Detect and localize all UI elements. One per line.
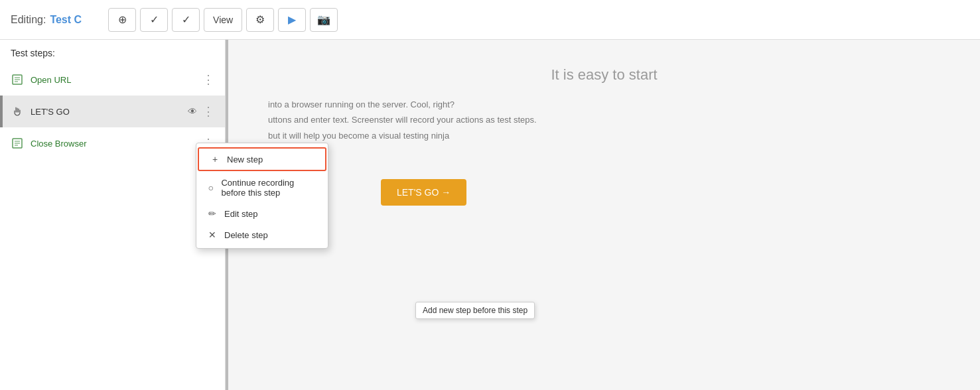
lets-go-button-label: LET'S GO → xyxy=(397,187,451,198)
play-icon: ▶ xyxy=(288,13,296,26)
view-label: View xyxy=(213,15,233,25)
lets-go-dots[interactable]: ⋮ xyxy=(200,101,217,121)
settings-button[interactable]: ⚙ xyxy=(246,8,274,32)
check1-button[interactable]: ✓ xyxy=(140,8,168,32)
main-layout: Test steps: Open URL ⋮ LET'S GO xyxy=(0,40,980,390)
open-url-dots[interactable]: ⋮ xyxy=(200,70,217,90)
check2-icon: ✓ xyxy=(182,13,190,26)
page-icon-open-url xyxy=(11,73,24,86)
content-line-3: but it will help you become a visual tes… xyxy=(268,128,960,143)
continue-recording-label: Continue recording before this step xyxy=(221,178,317,198)
toolbar: ⊕ ✓ ✓ View ⚙ ▶ 📷 xyxy=(108,8,338,32)
delete-step-label: Delete step xyxy=(224,230,268,240)
check2-button[interactable]: ✓ xyxy=(172,8,200,32)
pencil-icon: ✏ xyxy=(207,208,218,219)
view-button[interactable]: View xyxy=(204,8,242,32)
page-content: into a browser running on the server. Co… xyxy=(268,97,960,159)
context-menu-new-step[interactable]: + New step xyxy=(198,147,326,171)
content-line-2: uttons and enter text. Screenster will r… xyxy=(268,112,960,127)
sidebar: Test steps: Open URL ⋮ LET'S GO xyxy=(0,40,226,390)
open-url-label: Open URL xyxy=(31,75,200,85)
editing-label: Editing: xyxy=(11,14,46,26)
content-line-4: ore productive! xyxy=(268,143,960,159)
camera-icon: 📷 xyxy=(317,13,330,26)
close-browser-label: Close Browser xyxy=(31,139,200,149)
move-icon: ⊕ xyxy=(118,13,127,26)
plus-icon: + xyxy=(210,154,220,164)
eye-icon: 👁 xyxy=(188,106,197,117)
context-menu-edit-step[interactable]: ✏ Edit step xyxy=(196,203,328,224)
edit-step-label: Edit step xyxy=(224,209,258,219)
page-icon-close-browser xyxy=(11,137,24,150)
context-menu-delete-step[interactable]: ✕ Delete step xyxy=(196,224,328,245)
content-area: It is easy to start into a browser runni… xyxy=(226,40,980,390)
x-icon: ✕ xyxy=(207,229,218,240)
move-button[interactable]: ⊕ xyxy=(108,8,136,32)
camera-button[interactable]: 📷 xyxy=(310,8,338,32)
lets-go-label: LET'S GO xyxy=(31,107,188,117)
record-icon: ○ xyxy=(207,182,214,193)
browser-frame: It is easy to start into a browser runni… xyxy=(226,40,980,390)
step-item-lets-go[interactable]: LET'S GO 👁 ⋮ xyxy=(0,96,225,127)
hand-icon-lets-go xyxy=(11,105,24,118)
context-menu: + New step ○ Continue recording before t… xyxy=(196,143,328,249)
lets-go-button[interactable]: LET'S GO → xyxy=(381,179,466,206)
content-line-1: into a browser running on the server. Co… xyxy=(268,97,960,112)
sidebar-title: Test steps: xyxy=(0,40,225,64)
play-button[interactable]: ▶ xyxy=(278,8,306,32)
step-item-close-browser[interactable]: Close Browser ⋮ xyxy=(0,127,225,159)
step-item-open-url[interactable]: Open URL ⋮ xyxy=(0,64,225,96)
top-bar: Editing: Test C ⊕ ✓ ✓ View ⚙ ▶ 📷 xyxy=(0,0,980,40)
context-menu-continue-recording[interactable]: ○ Continue recording before this step Ad… xyxy=(196,172,328,203)
new-step-label: New step xyxy=(227,155,263,164)
test-name: Test C xyxy=(50,14,82,26)
tooltip: Add new step before this step xyxy=(415,302,535,319)
page-title: It is easy to start xyxy=(248,66,960,84)
check1-icon: ✓ xyxy=(150,13,159,26)
gear-icon: ⚙ xyxy=(255,13,265,26)
